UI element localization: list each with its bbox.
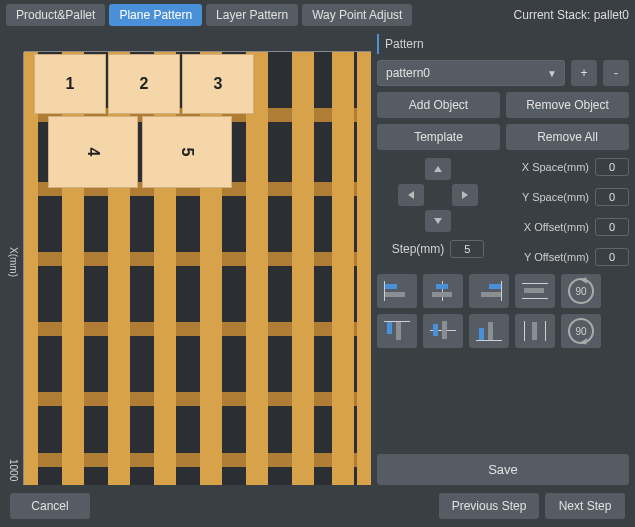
yoffset-label: Y Offset(mm) <box>524 251 589 263</box>
pattern-section-header: Pattern <box>377 34 629 54</box>
distribute-h-button[interactable] <box>515 274 555 308</box>
product-box-3[interactable]: 3 <box>182 54 254 114</box>
move-up-button[interactable] <box>425 158 451 180</box>
current-stack-label: Current Stack: pallet0 <box>514 8 629 22</box>
xspace-label: X Space(mm) <box>522 161 589 173</box>
rotate-ccw-button[interactable]: 90 <box>561 314 601 348</box>
tab-waypoint-adjust[interactable]: Way Point Adjust <box>302 4 412 26</box>
product-box-5[interactable]: 5 <box>142 116 232 188</box>
pattern-remove-button[interactable]: - <box>603 60 629 86</box>
tab-layer-pattern[interactable]: Layer Pattern <box>206 4 298 26</box>
x-axis-ruler: X(mm) 1000 <box>6 52 24 485</box>
yspace-input[interactable] <box>595 188 629 206</box>
move-down-button[interactable] <box>425 210 451 232</box>
remove-all-button[interactable]: Remove All <box>506 124 629 150</box>
align-vcenter-button[interactable] <box>423 314 463 348</box>
xoffset-label: X Offset(mm) <box>524 221 589 233</box>
step-input[interactable] <box>450 240 484 258</box>
rotate-cw-icon: 90 <box>568 278 594 304</box>
rotate-ccw-icon: 90 <box>568 318 594 344</box>
yspace-label: Y Space(mm) <box>522 191 589 203</box>
move-right-button[interactable] <box>452 184 478 206</box>
product-box-2[interactable]: 2 <box>108 54 180 114</box>
product-box-1[interactable]: 1 <box>34 54 106 114</box>
yoffset-input[interactable] <box>595 248 629 266</box>
align-left-button[interactable] <box>377 274 417 308</box>
align-hcenter-button[interactable] <box>423 274 463 308</box>
template-button[interactable]: Template <box>377 124 500 150</box>
next-step-button[interactable]: Next Step <box>545 493 625 519</box>
tab-plane-pattern[interactable]: Plane Pattern <box>109 4 202 26</box>
cancel-button[interactable]: Cancel <box>10 493 90 519</box>
move-left-button[interactable] <box>398 184 424 206</box>
align-top-button[interactable] <box>377 314 417 348</box>
rotate-cw-button[interactable]: 90 <box>561 274 601 308</box>
step-label: Step(mm) <box>392 242 445 256</box>
save-button[interactable]: Save <box>377 454 629 485</box>
pattern-add-button[interactable]: + <box>571 60 597 86</box>
previous-step-button[interactable]: Previous Step <box>439 493 539 519</box>
tab-product-pallet[interactable]: Product&Pallet <box>6 4 105 26</box>
add-object-button[interactable]: Add Object <box>377 92 500 118</box>
distribute-v-button[interactable] <box>515 314 555 348</box>
align-right-button[interactable] <box>469 274 509 308</box>
xoffset-input[interactable] <box>595 218 629 236</box>
xspace-input[interactable] <box>595 158 629 176</box>
product-box-4[interactable]: 4 <box>48 116 138 188</box>
remove-object-button[interactable]: Remove Object <box>506 92 629 118</box>
pallet-canvas[interactable]: 12345 <box>24 52 371 485</box>
align-bottom-button[interactable] <box>469 314 509 348</box>
pattern-select[interactable]: pattern0 <box>377 60 565 86</box>
